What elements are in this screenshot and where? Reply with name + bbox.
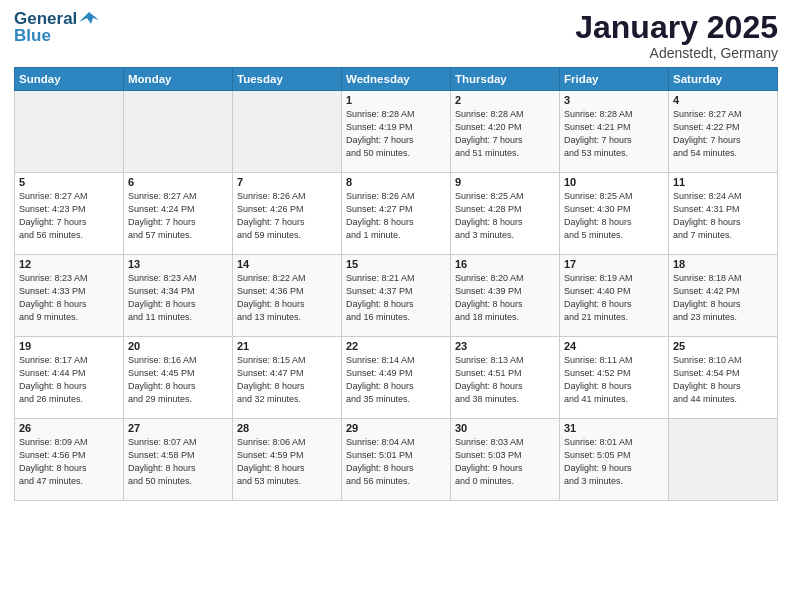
day-number: 26 (19, 422, 119, 434)
day-number: 23 (455, 340, 555, 352)
calendar-cell: 15Sunrise: 8:21 AM Sunset: 4:37 PM Dayli… (342, 255, 451, 337)
calendar-cell: 17Sunrise: 8:19 AM Sunset: 4:40 PM Dayli… (560, 255, 669, 337)
day-number: 19 (19, 340, 119, 352)
day-info: Sunrise: 8:14 AM Sunset: 4:49 PM Dayligh… (346, 354, 446, 406)
day-number: 5 (19, 176, 119, 188)
calendar-cell: 30Sunrise: 8:03 AM Sunset: 5:03 PM Dayli… (451, 419, 560, 501)
day-number: 14 (237, 258, 337, 270)
day-info: Sunrise: 8:03 AM Sunset: 5:03 PM Dayligh… (455, 436, 555, 488)
day-info: Sunrise: 8:18 AM Sunset: 4:42 PM Dayligh… (673, 272, 773, 324)
calendar-cell: 18Sunrise: 8:18 AM Sunset: 4:42 PM Dayli… (669, 255, 778, 337)
day-number: 12 (19, 258, 119, 270)
calendar-cell: 5Sunrise: 8:27 AM Sunset: 4:23 PM Daylig… (15, 173, 124, 255)
calendar-cell: 24Sunrise: 8:11 AM Sunset: 4:52 PM Dayli… (560, 337, 669, 419)
day-number: 16 (455, 258, 555, 270)
day-info: Sunrise: 8:27 AM Sunset: 4:24 PM Dayligh… (128, 190, 228, 242)
day-info: Sunrise: 8:17 AM Sunset: 4:44 PM Dayligh… (19, 354, 119, 406)
calendar-cell: 6Sunrise: 8:27 AM Sunset: 4:24 PM Daylig… (124, 173, 233, 255)
day-info: Sunrise: 8:27 AM Sunset: 4:22 PM Dayligh… (673, 108, 773, 160)
day-info: Sunrise: 8:20 AM Sunset: 4:39 PM Dayligh… (455, 272, 555, 324)
calendar-cell: 2Sunrise: 8:28 AM Sunset: 4:20 PM Daylig… (451, 91, 560, 173)
calendar-week-row: 12Sunrise: 8:23 AM Sunset: 4:33 PM Dayli… (15, 255, 778, 337)
day-number: 13 (128, 258, 228, 270)
day-number: 20 (128, 340, 228, 352)
day-info: Sunrise: 8:28 AM Sunset: 4:21 PM Dayligh… (564, 108, 664, 160)
day-number: 28 (237, 422, 337, 434)
day-number: 17 (564, 258, 664, 270)
weekday-header-monday: Monday (124, 68, 233, 91)
calendar-cell: 12Sunrise: 8:23 AM Sunset: 4:33 PM Dayli… (15, 255, 124, 337)
calendar-cell: 11Sunrise: 8:24 AM Sunset: 4:31 PM Dayli… (669, 173, 778, 255)
header: General Blue January 2025 Adenstedt, Ger… (14, 10, 778, 61)
calendar-cell: 16Sunrise: 8:20 AM Sunset: 4:39 PM Dayli… (451, 255, 560, 337)
calendar-cell: 21Sunrise: 8:15 AM Sunset: 4:47 PM Dayli… (233, 337, 342, 419)
day-info: Sunrise: 8:23 AM Sunset: 4:33 PM Dayligh… (19, 272, 119, 324)
logo: General Blue (14, 10, 99, 45)
calendar-cell: 26Sunrise: 8:09 AM Sunset: 4:56 PM Dayli… (15, 419, 124, 501)
calendar-cell: 28Sunrise: 8:06 AM Sunset: 4:59 PM Dayli… (233, 419, 342, 501)
day-info: Sunrise: 8:04 AM Sunset: 5:01 PM Dayligh… (346, 436, 446, 488)
day-info: Sunrise: 8:28 AM Sunset: 4:19 PM Dayligh… (346, 108, 446, 160)
logo-bird-icon (79, 10, 99, 28)
calendar-week-row: 1Sunrise: 8:28 AM Sunset: 4:19 PM Daylig… (15, 91, 778, 173)
calendar-cell (669, 419, 778, 501)
location-subtitle: Adenstedt, Germany (575, 45, 778, 61)
day-info: Sunrise: 8:09 AM Sunset: 4:56 PM Dayligh… (19, 436, 119, 488)
calendar-week-row: 19Sunrise: 8:17 AM Sunset: 4:44 PM Dayli… (15, 337, 778, 419)
day-number: 21 (237, 340, 337, 352)
day-number: 18 (673, 258, 773, 270)
calendar-cell: 23Sunrise: 8:13 AM Sunset: 4:51 PM Dayli… (451, 337, 560, 419)
day-info: Sunrise: 8:27 AM Sunset: 4:23 PM Dayligh… (19, 190, 119, 242)
calendar-cell: 29Sunrise: 8:04 AM Sunset: 5:01 PM Dayli… (342, 419, 451, 501)
day-info: Sunrise: 8:10 AM Sunset: 4:54 PM Dayligh… (673, 354, 773, 406)
calendar-cell: 31Sunrise: 8:01 AM Sunset: 5:05 PM Dayli… (560, 419, 669, 501)
calendar-cell: 8Sunrise: 8:26 AM Sunset: 4:27 PM Daylig… (342, 173, 451, 255)
day-info: Sunrise: 8:06 AM Sunset: 4:59 PM Dayligh… (237, 436, 337, 488)
calendar-table: SundayMondayTuesdayWednesdayThursdayFrid… (14, 67, 778, 501)
svg-marker-0 (79, 12, 99, 24)
day-number: 11 (673, 176, 773, 188)
day-number: 30 (455, 422, 555, 434)
logo-blue: Blue (14, 27, 51, 46)
day-info: Sunrise: 8:22 AM Sunset: 4:36 PM Dayligh… (237, 272, 337, 324)
weekday-header-saturday: Saturday (669, 68, 778, 91)
day-info: Sunrise: 8:16 AM Sunset: 4:45 PM Dayligh… (128, 354, 228, 406)
calendar-cell (124, 91, 233, 173)
day-number: 9 (455, 176, 555, 188)
calendar-week-row: 26Sunrise: 8:09 AM Sunset: 4:56 PM Dayli… (15, 419, 778, 501)
month-title: January 2025 (575, 10, 778, 45)
calendar-cell: 7Sunrise: 8:26 AM Sunset: 4:26 PM Daylig… (233, 173, 342, 255)
day-number: 31 (564, 422, 664, 434)
calendar-cell: 19Sunrise: 8:17 AM Sunset: 4:44 PM Dayli… (15, 337, 124, 419)
calendar-cell: 20Sunrise: 8:16 AM Sunset: 4:45 PM Dayli… (124, 337, 233, 419)
weekday-header-wednesday: Wednesday (342, 68, 451, 91)
day-number: 8 (346, 176, 446, 188)
day-info: Sunrise: 8:21 AM Sunset: 4:37 PM Dayligh… (346, 272, 446, 324)
title-block: January 2025 Adenstedt, Germany (575, 10, 778, 61)
weekday-header-sunday: Sunday (15, 68, 124, 91)
page-container: General Blue January 2025 Adenstedt, Ger… (0, 0, 792, 612)
day-number: 7 (237, 176, 337, 188)
calendar-cell: 9Sunrise: 8:25 AM Sunset: 4:28 PM Daylig… (451, 173, 560, 255)
day-info: Sunrise: 8:23 AM Sunset: 4:34 PM Dayligh… (128, 272, 228, 324)
day-info: Sunrise: 8:25 AM Sunset: 4:28 PM Dayligh… (455, 190, 555, 242)
day-number: 22 (346, 340, 446, 352)
calendar-cell: 10Sunrise: 8:25 AM Sunset: 4:30 PM Dayli… (560, 173, 669, 255)
day-info: Sunrise: 8:13 AM Sunset: 4:51 PM Dayligh… (455, 354, 555, 406)
calendar-cell: 1Sunrise: 8:28 AM Sunset: 4:19 PM Daylig… (342, 91, 451, 173)
day-number: 10 (564, 176, 664, 188)
day-number: 29 (346, 422, 446, 434)
calendar-week-row: 5Sunrise: 8:27 AM Sunset: 4:23 PM Daylig… (15, 173, 778, 255)
day-info: Sunrise: 8:11 AM Sunset: 4:52 PM Dayligh… (564, 354, 664, 406)
day-info: Sunrise: 8:26 AM Sunset: 4:26 PM Dayligh… (237, 190, 337, 242)
day-info: Sunrise: 8:19 AM Sunset: 4:40 PM Dayligh… (564, 272, 664, 324)
day-info: Sunrise: 8:24 AM Sunset: 4:31 PM Dayligh… (673, 190, 773, 242)
calendar-cell: 27Sunrise: 8:07 AM Sunset: 4:58 PM Dayli… (124, 419, 233, 501)
day-number: 4 (673, 94, 773, 106)
day-number: 25 (673, 340, 773, 352)
calendar-cell: 3Sunrise: 8:28 AM Sunset: 4:21 PM Daylig… (560, 91, 669, 173)
weekday-header-friday: Friday (560, 68, 669, 91)
day-info: Sunrise: 8:28 AM Sunset: 4:20 PM Dayligh… (455, 108, 555, 160)
weekday-header-thursday: Thursday (451, 68, 560, 91)
calendar-cell: 13Sunrise: 8:23 AM Sunset: 4:34 PM Dayli… (124, 255, 233, 337)
